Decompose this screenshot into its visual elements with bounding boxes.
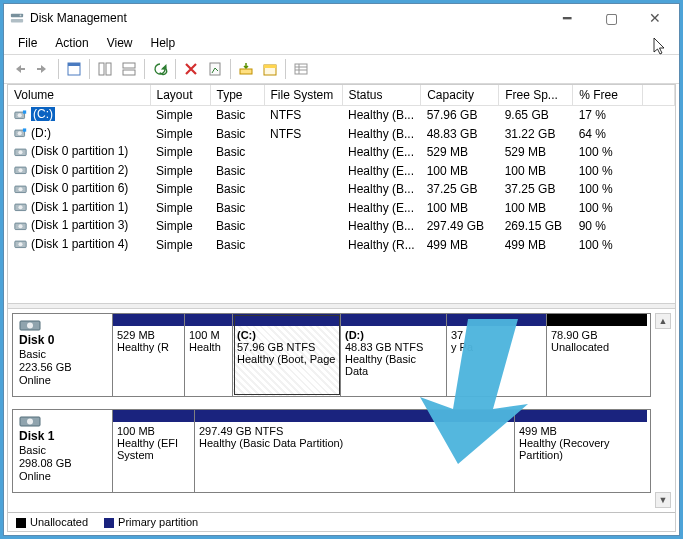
volume-row[interactable]: (Disk 1 partition 4)SimpleBasicHealthy (… [8,236,675,255]
svg-rect-7 [123,63,135,68]
partition-block[interactable]: 100 MHealth [185,314,233,396]
window-title: Disk Management [30,11,127,25]
volume-row[interactable]: (Disk 0 partition 2)SimpleBasicHealthy (… [8,162,675,181]
properties-icon[interactable] [204,58,226,80]
svg-rect-9 [210,63,220,75]
toolbar-layout2-icon[interactable] [118,58,140,80]
column-header[interactable]: Type [210,85,264,106]
svg-point-29 [18,224,22,228]
svg-point-31 [18,242,22,246]
svg-point-33 [27,323,33,329]
disk-row: Disk 1Basic298.08 GBOnline100 MBHealthy … [12,409,651,493]
graphical-view: Disk 0Basic223.56 GBOnline529 MBHealthy … [8,309,675,512]
minimize-button[interactable]: ━ [545,4,589,32]
menu-action[interactable]: Action [47,34,96,52]
volume-row[interactable]: (Disk 0 partition 6)SimpleBasicHealthy (… [8,180,675,199]
disk-row: Disk 0Basic223.56 GBOnline529 MBHealthy … [12,313,651,397]
toolbar-view-icon[interactable] [63,58,85,80]
toolbar [4,54,679,84]
toolbar-list-icon[interactable] [290,58,312,80]
menu-view[interactable]: View [99,34,141,52]
disk-header[interactable]: Disk 0Basic223.56 GBOnline [13,314,113,396]
menu-file[interactable]: File [10,34,45,52]
forward-button[interactable] [32,58,54,80]
titlebar[interactable]: Disk Management ━ ▢ ✕ [4,4,679,32]
partition-block[interactable]: (D:)48.83 GB NTFSHealthy (Basic Data [341,314,447,396]
toolbar-action2-icon[interactable] [259,58,281,80]
partition-block[interactable]: 499 MBHealthy (Recovery Partition) [515,410,647,492]
column-header[interactable]: Capacity [421,85,499,106]
volume-row[interactable]: (Disk 0 partition 1)SimpleBasicHealthy (… [8,143,675,162]
content: VolumeLayoutTypeFile SystemStatusCapacit… [7,84,676,532]
svg-rect-13 [295,64,307,74]
legend: Unallocated Primary partition [8,512,675,531]
svg-point-21 [18,150,22,154]
scrollbar[interactable]: ▲ ▼ [655,313,671,508]
partition-block[interactable]: 529 MBHealthy (R [113,314,185,396]
svg-rect-8 [123,70,135,75]
partition-block[interactable]: 78.90 GBUnallocated [547,314,647,396]
column-header[interactable]: File System [264,85,342,106]
svg-rect-16 [23,110,26,113]
svg-point-18 [18,131,22,135]
partition-block[interactable]: 297.49 GB NTFSHealthy (Basic Data Partit… [195,410,515,492]
volume-row[interactable]: (D:)SimpleBasicNTFSHealthy (B...48.83 GB… [8,125,675,144]
svg-rect-19 [23,128,26,131]
column-header[interactable]: Status [342,85,421,106]
svg-point-23 [18,168,22,172]
toolbar-layout1-icon[interactable] [94,58,116,80]
column-header[interactable]: Volume [8,85,150,106]
svg-rect-12 [264,65,276,68]
delete-icon[interactable] [180,58,202,80]
svg-rect-10 [240,69,252,74]
svg-rect-5 [99,63,104,75]
menu-help[interactable]: Help [143,34,184,52]
partition-block[interactable]: 100 MBHealthy (EFI System [113,410,195,492]
volume-row[interactable]: (Disk 1 partition 1)SimpleBasicHealthy (… [8,199,675,218]
partition-block[interactable]: 37y Pa [447,314,547,396]
scroll-up[interactable]: ▲ [655,313,671,329]
disk-management-window: Disk Management ━ ▢ ✕ File Action View H… [3,3,680,536]
legend-unallocated: Unallocated [16,516,88,528]
column-header[interactable]: Layout [150,85,210,106]
svg-rect-6 [106,63,111,75]
scroll-down[interactable]: ▼ [655,492,671,508]
volume-list-pane[interactable]: VolumeLayoutTypeFile SystemStatusCapacit… [8,85,675,303]
svg-rect-1 [11,19,23,23]
svg-point-35 [27,419,33,425]
app-icon [10,11,24,25]
partition-block[interactable]: (C:)57.96 GB NTFSHealthy (Boot, Page [233,314,341,396]
svg-point-2 [20,15,22,17]
maximize-button[interactable]: ▢ [589,4,633,32]
refresh-icon[interactable] [149,58,171,80]
disk-header[interactable]: Disk 1Basic298.08 GBOnline [13,410,113,492]
legend-primary: Primary partition [104,516,198,528]
menubar: File Action View Help [4,32,679,54]
back-button[interactable] [8,58,30,80]
svg-rect-4 [68,63,80,66]
svg-point-25 [18,187,22,191]
toolbar-action1-icon[interactable] [235,58,257,80]
volume-table: VolumeLayoutTypeFile SystemStatusCapacit… [8,85,675,254]
column-header[interactable]: % Free [573,85,643,106]
close-button[interactable]: ✕ [633,4,677,32]
volume-row[interactable]: (Disk 1 partition 3)SimpleBasicHealthy (… [8,217,675,236]
column-header[interactable]: Free Sp... [499,85,573,106]
volume-row[interactable]: (C:)SimpleBasicNTFSHealthy (B...57.96 GB… [8,106,675,125]
svg-point-27 [18,205,22,209]
svg-point-15 [18,113,22,117]
